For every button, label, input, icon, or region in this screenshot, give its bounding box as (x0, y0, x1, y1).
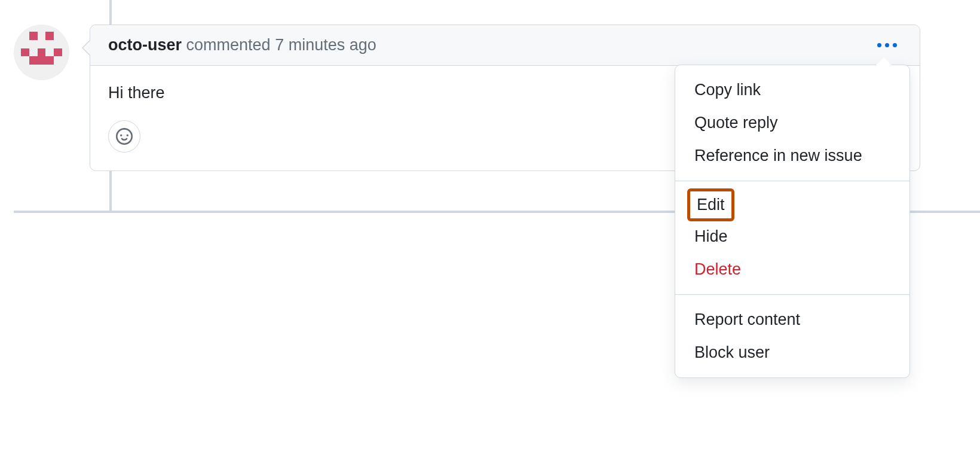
menu-item-report-content[interactable]: Report content (675, 303, 909, 336)
menu-item-quote-reply[interactable]: Quote reply (675, 106, 909, 139)
smiley-icon (116, 128, 133, 145)
kebab-icon (885, 43, 889, 47)
kebab-icon (893, 43, 897, 47)
comment-header: octo-user commented 7 minutes ago (90, 25, 920, 66)
add-reaction-button[interactable] (108, 120, 140, 153)
menu-item-hide[interactable]: Hide (675, 220, 909, 253)
comment-author-link[interactable]: octo-user (108, 36, 182, 54)
menu-item-reference-issue[interactable]: Reference in new issue (675, 139, 909, 172)
menu-item-copy-link[interactable]: Copy link (675, 74, 909, 106)
comment-timestamp[interactable]: 7 minutes ago (275, 36, 376, 54)
comment-action-text: commented (186, 36, 271, 54)
avatar[interactable] (14, 25, 69, 80)
kebab-icon (877, 43, 881, 47)
comment-header-text: octo-user commented 7 minutes ago (108, 36, 376, 54)
kebab-menu-button[interactable] (872, 38, 902, 52)
menu-item-edit[interactable]: Edit (688, 190, 733, 220)
menu-item-block-user[interactable]: Block user (675, 336, 909, 369)
menu-item-delete[interactable]: Delete (675, 253, 909, 286)
comment-actions-menu: Copy link Quote reply Reference in new i… (675, 65, 910, 378)
